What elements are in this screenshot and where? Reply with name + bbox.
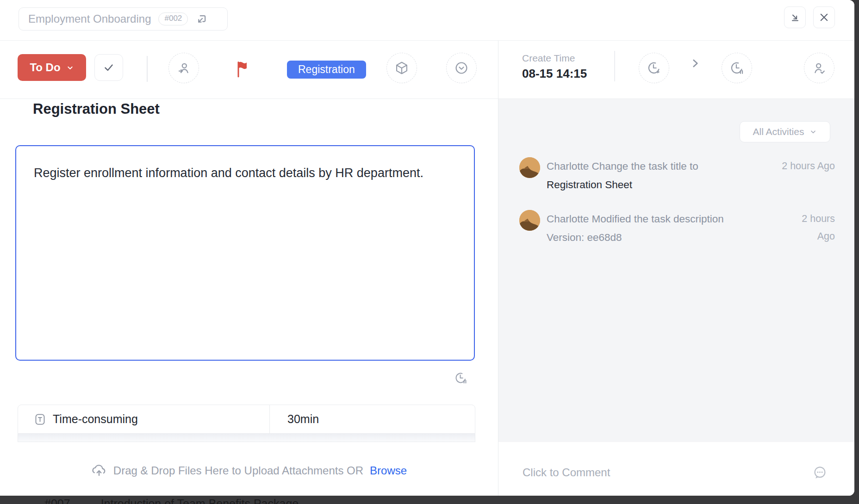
chevron-down-icon — [66, 64, 74, 72]
cube-icon — [394, 61, 409, 75]
task-title[interactable]: Registration Sheet — [33, 101, 160, 117]
background-row-title: Introduction of Team Benefits Package — [101, 497, 299, 504]
upload-hint-text: Drag & Drop Files Here to Upload Attachm… — [113, 464, 363, 477]
export-icon — [790, 12, 801, 23]
close-button[interactable] — [813, 6, 835, 28]
check-icon — [103, 61, 115, 74]
background-row-id: #007 — [44, 497, 70, 504]
activity-item: Charlotte Change the task title to Regis… — [519, 157, 835, 194]
property-value-cell[interactable]: 30min — [270, 405, 475, 433]
end-time-button[interactable] — [722, 53, 752, 83]
clock-pause-icon — [729, 60, 745, 76]
task-main-panel: Registration Sheet Register enrollment i… — [0, 99, 498, 442]
status-dropdown-button[interactable]: To Do — [18, 54, 86, 81]
table-row-partial — [18, 434, 475, 442]
property-label-cell[interactable]: Time-consuming — [18, 405, 270, 433]
background-page-row: #007 Introduction of Team Benefits Packa… — [0, 496, 859, 504]
module-button[interactable] — [386, 53, 417, 83]
priority-flag-button[interactable] — [234, 60, 251, 79]
time-tracking-icon[interactable] — [454, 371, 468, 385]
activity-message-gray: Charlotte Modified the task description … — [547, 213, 724, 243]
attachment-dropzone[interactable]: Drag & Drop Files Here to Upload Attachm… — [0, 442, 498, 496]
comment-bubble-icon[interactable] — [812, 465, 828, 480]
chevron-down-icon — [809, 128, 817, 135]
browse-link[interactable]: Browse — [370, 464, 407, 477]
property-label: Time-consuming — [53, 412, 138, 426]
clock-start-icon — [646, 60, 662, 76]
comment-placeholder: Click to Comment — [523, 466, 610, 479]
activity-message: Charlotte Modified the task description … — [547, 210, 734, 247]
watcher-button[interactable] — [804, 53, 834, 83]
priority-flag-icon — [234, 60, 251, 79]
cloud-upload-icon — [91, 463, 107, 478]
table-row: Time-consuming 30min — [18, 405, 475, 434]
toolbar-divider — [614, 51, 615, 81]
task-detail-modal: Employment Onboarding #002 — [0, 0, 854, 496]
activity-filter-dropdown[interactable]: All Activities — [740, 121, 830, 142]
chevron-right-icon — [689, 57, 701, 69]
activity-message: Charlotte Change the task title to Regis… — [547, 157, 734, 194]
close-icon — [819, 12, 829, 23]
screen: Employment Onboarding #002 — [0, 0, 859, 504]
panel-divider — [498, 41, 498, 496]
breadcrumb-title: Employment Onboarding — [28, 12, 151, 25]
status-label: To Do — [30, 61, 60, 74]
text-field-icon — [34, 412, 46, 426]
activity-timestamp: 2 hours Ago — [741, 157, 835, 194]
avatar — [519, 157, 540, 178]
avatar — [519, 210, 540, 231]
assign-user-icon — [176, 61, 191, 75]
assignee-button[interactable] — [168, 53, 199, 83]
activity-filter-label: All Activities — [753, 126, 804, 137]
activity-message-dark: Registration Sheet — [547, 179, 632, 191]
activity-timestamp: 2 hours Ago — [741, 210, 835, 247]
property-value: 30min — [287, 412, 319, 426]
toolbar-divider — [147, 56, 148, 82]
task-toolbar: To Do — [0, 41, 854, 99]
start-time-button[interactable] — [639, 53, 669, 83]
create-time-label: Create Time — [522, 53, 575, 64]
properties-table: Time-consuming 30min — [18, 405, 475, 442]
activity-message-gray: Charlotte Change the task title to — [547, 160, 698, 172]
tag-label: Registration — [298, 63, 355, 76]
complete-task-button[interactable] — [94, 54, 123, 81]
background-right-edge — [854, 0, 859, 504]
description-text: Register enrollment information and cont… — [34, 162, 434, 184]
modal-header: Employment Onboarding #002 — [0, 0, 854, 41]
task-tag[interactable]: Registration — [287, 61, 366, 79]
circle-chevron-down-icon — [454, 61, 469, 75]
open-task-icon[interactable] — [195, 13, 208, 25]
task-id-badge: #002 — [158, 12, 188, 25]
breadcrumb[interactable]: Employment Onboarding #002 — [19, 7, 228, 31]
comment-bar[interactable]: Click to Comment — [498, 442, 854, 496]
activity-item: Charlotte Modified the task description … — [519, 210, 835, 247]
user-check-icon — [812, 61, 827, 75]
description-editor[interactable]: Register enrollment information and cont… — [15, 145, 475, 361]
activity-panel: All Activities Charlotte Change the task… — [498, 99, 854, 442]
create-time-value: 08-15 14:15 — [522, 67, 587, 81]
version-button[interactable] — [446, 53, 477, 83]
export-button[interactable] — [784, 6, 806, 28]
